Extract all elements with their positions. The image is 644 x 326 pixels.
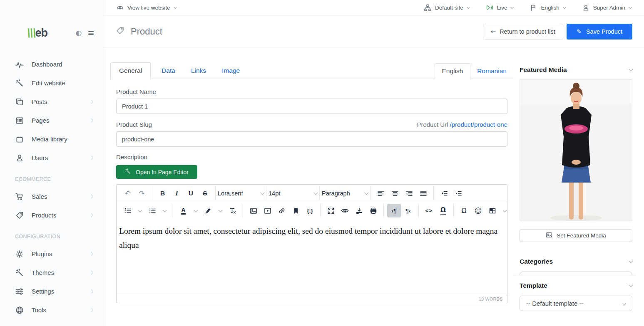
categories-header[interactable]: Categories (520, 258, 632, 265)
chevron-down-icon (629, 67, 633, 72)
tag-icon (116, 26, 124, 37)
template-header[interactable]: Template (520, 282, 632, 289)
set-featured-media-button[interactable]: Set Featured Media (520, 229, 632, 242)
code-sample-button[interactable]: {;} (303, 204, 317, 217)
editor-content[interactable]: Lorem ipsum dolor sit amet, consectetur … (117, 219, 507, 295)
rtl-direction-button[interactable]: ¶‹ (401, 204, 415, 217)
sidebar-item-edit-website[interactable]: Edit website (0, 74, 104, 92)
chevron-down-icon (622, 301, 627, 305)
sidebar-item-tools[interactable]: Tools (0, 301, 104, 319)
align-justify-button[interactable] (416, 186, 430, 200)
insert-image-button[interactable] (246, 204, 260, 217)
table-dropdown[interactable] (500, 204, 510, 217)
preview-button[interactable] (338, 204, 352, 217)
tab-image[interactable]: Image (217, 63, 245, 79)
sidebar-item-users[interactable]: Users (0, 148, 104, 167)
align-right-button[interactable] (402, 186, 416, 200)
product-slug-input[interactable] (116, 131, 507, 147)
redo-button[interactable]: ↷ (135, 186, 149, 200)
highlight-color-button[interactable] (201, 204, 215, 217)
sidebar-item-pages[interactable]: Pages (0, 111, 104, 130)
logo-text: eb (35, 27, 48, 39)
numbered-list-dropdown[interactable] (135, 204, 145, 217)
font-family-select[interactable]: Lora,serif (215, 186, 266, 200)
source-code-button[interactable]: <> (422, 204, 436, 217)
chevron-down-icon (562, 5, 566, 9)
environment-selector[interactable]: Live (486, 4, 514, 11)
save-product-button[interactable]: ✎ Save Product (567, 24, 632, 40)
special-character-button[interactable]: Ω (457, 204, 471, 217)
bold-button[interactable]: B (156, 186, 169, 200)
image-icon (546, 232, 552, 240)
tab-lang-english[interactable]: English (435, 63, 471, 79)
sliders-icon (15, 287, 24, 296)
site-selector[interactable]: Default site (424, 4, 470, 11)
featured-media-title: Featured Media (520, 66, 567, 74)
return-button-label: Return to product list (500, 28, 555, 35)
page-title: Product (131, 26, 162, 37)
align-left-button[interactable] (374, 186, 388, 200)
theme-toggle-icon[interactable]: ◐ (75, 29, 82, 37)
open-in-page-editor-button[interactable]: Open In Page Editor (116, 165, 197, 179)
text-color-dropdown[interactable] (191, 204, 201, 217)
sitemap-icon (424, 4, 431, 11)
user-menu[interactable]: Super Admin (582, 4, 632, 11)
strikethrough-button[interactable]: S (198, 186, 212, 200)
download-button[interactable] (352, 204, 366, 217)
font-size-select[interactable]: 14pt (266, 186, 319, 200)
indent-button[interactable] (451, 186, 465, 200)
highlight-color-dropdown[interactable] (215, 204, 225, 217)
bookmark-button[interactable] (289, 204, 303, 217)
insert-media-button[interactable] (261, 204, 274, 217)
featured-media-header[interactable]: Featured Media (520, 66, 632, 74)
main-column: View live website Default site Live Engl… (104, 0, 644, 326)
clear-formatting-button[interactable] (226, 204, 239, 217)
categories-input-clipped[interactable] (520, 272, 632, 275)
sidebar-item-products[interactable]: Products (0, 206, 104, 225)
product-url-link[interactable]: /product/product-one (450, 121, 507, 128)
product-photo (520, 80, 632, 221)
return-to-product-list-button[interactable]: ← Return to product list (483, 24, 563, 40)
sidebar-item-themes[interactable]: Themes (0, 263, 104, 282)
ltr-direction-button[interactable]: ›¶ (387, 204, 401, 217)
product-name-input[interactable] (116, 99, 507, 114)
sidebar-item-media-library[interactable]: Media library (0, 130, 104, 148)
fullscreen-button[interactable] (324, 204, 338, 217)
sidebar-item-plugins[interactable]: Plugins (0, 244, 104, 263)
block-format-select[interactable]: Paragraph (319, 186, 370, 200)
featured-media-image[interactable] (520, 79, 632, 221)
underline-button[interactable]: U (184, 186, 198, 200)
template-select[interactable]: -- Default template -- (520, 296, 632, 311)
bullet-list-dropdown[interactable] (159, 204, 169, 217)
word-count: 19 WORDS (479, 296, 503, 301)
save-button-label: Save Product (586, 28, 622, 35)
tab-general[interactable]: General (110, 62, 151, 79)
text-color-button[interactable]: A (177, 204, 190, 217)
sidebar-item-dashboard[interactable]: Dashboard (0, 55, 104, 74)
insert-link-button[interactable] (275, 204, 288, 217)
bullet-list-button[interactable] (145, 204, 159, 217)
tab-data[interactable]: Data (157, 63, 180, 79)
app-logo[interactable]: \\\eb (26, 26, 47, 40)
editor-statusbar: 19 WORDS (117, 295, 507, 303)
view-live-website-menu[interactable]: View live website (117, 4, 177, 11)
print-button[interactable] (366, 204, 380, 217)
tab-links[interactable]: Links (186, 63, 211, 79)
sidebar-item-posts[interactable]: Posts (0, 92, 104, 111)
open-in-page-editor-label: Open In Page Editor (136, 169, 189, 175)
emoticons-button[interactable]: ☺ (471, 204, 485, 217)
sidebar-item-sales[interactable]: Sales (0, 187, 104, 206)
sidebar-item-label: Users (32, 154, 48, 161)
numbered-list-button[interactable] (121, 204, 134, 217)
table-button[interactable] (485, 204, 499, 217)
italic-button[interactable]: I (170, 186, 184, 200)
outdent-button[interactable] (437, 186, 451, 200)
anchor-button[interactable]: Ω (436, 204, 450, 217)
align-center-button[interactable] (388, 186, 402, 200)
undo-button[interactable]: ↶ (121, 186, 134, 200)
tab-lang-romanian[interactable]: Romanian (470, 64, 513, 79)
tab-bar: General Data Links Image English Romania… (110, 61, 513, 79)
sidebar-item-settings[interactable]: Settings (0, 282, 104, 301)
menu-toggle-icon[interactable]: ≡ (87, 28, 94, 38)
language-selector[interactable]: English (530, 4, 565, 11)
